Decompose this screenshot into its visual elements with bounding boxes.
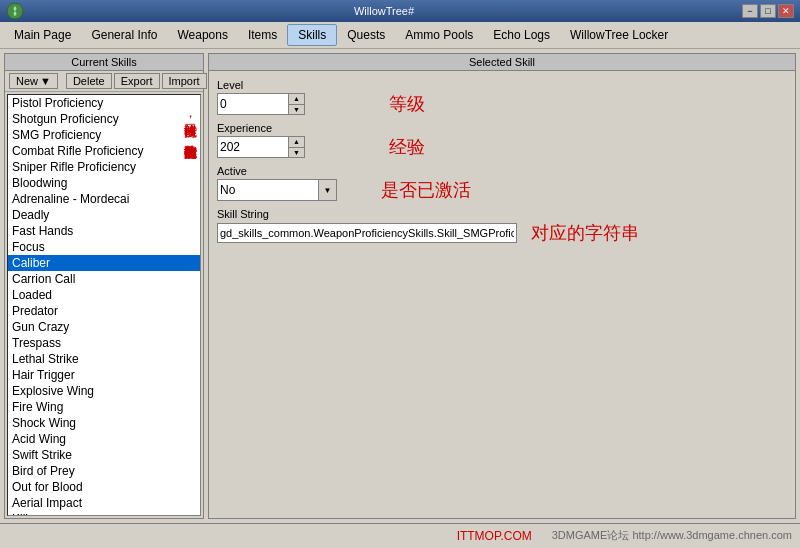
list-item[interactable]: Killer bbox=[8, 511, 200, 516]
menu-willowtree-locker[interactable]: WillowTree Locker bbox=[560, 25, 678, 45]
main-content: Current Skills New ▼ Delete Export Impor… bbox=[0, 49, 800, 523]
new-arrow-icon: ▼ bbox=[40, 75, 51, 87]
menu-items[interactable]: Items bbox=[238, 25, 287, 45]
list-item[interactable]: Sniper Rifle Proficiency bbox=[8, 159, 200, 175]
forum-text: 3DMGAME论坛 http://www.3dmgame.chnen.com bbox=[552, 528, 792, 543]
active-field-group: Active No Yes ▼ 是否已激活 bbox=[217, 165, 787, 202]
skill-string-input[interactable] bbox=[217, 223, 517, 243]
import-button[interactable]: Import bbox=[162, 73, 207, 89]
delete-button[interactable]: Delete bbox=[66, 73, 112, 89]
window-title: WillowTree# bbox=[26, 5, 742, 17]
skills-toolbar: New ▼ Delete Export Import bbox=[5, 71, 203, 92]
list-item[interactable]: Focus bbox=[8, 239, 200, 255]
level-decrement-button[interactable]: ▼ bbox=[288, 105, 304, 115]
list-item[interactable]: Lethal Strike bbox=[8, 351, 200, 367]
watermark-text: ITTMOP.COM bbox=[457, 529, 532, 543]
level-spinner[interactable]: ▲ ▼ bbox=[217, 93, 305, 115]
menu-general-info[interactable]: General Info bbox=[81, 25, 167, 45]
current-skills-header: Current Skills bbox=[5, 54, 203, 71]
status-bar: ITTMOP.COM 3DMGAME论坛 http://www.3dmgame.… bbox=[0, 523, 800, 547]
active-label: Active bbox=[217, 165, 787, 177]
maximize-button[interactable]: □ bbox=[760, 4, 776, 18]
list-item[interactable]: Adrenaline - Mordecai bbox=[8, 191, 200, 207]
experience-label: Experience bbox=[217, 122, 787, 134]
menu-weapons[interactable]: Weapons bbox=[167, 25, 237, 45]
list-item[interactable]: Predator bbox=[8, 303, 200, 319]
list-item[interactable]: Fire Wing bbox=[8, 399, 200, 415]
experience-decrement-button[interactable]: ▼ bbox=[288, 148, 304, 158]
list-item[interactable]: Deadly bbox=[8, 207, 200, 223]
menu-echo-logs[interactable]: Echo Logs bbox=[483, 25, 560, 45]
list-item[interactable]: Carrion Call bbox=[8, 271, 200, 287]
list-item[interactable]: SMG Proficiency bbox=[8, 127, 200, 143]
list-item[interactable]: Trespass bbox=[8, 335, 200, 351]
level-input-row: ▲ ▼ 等级 bbox=[217, 92, 787, 116]
menu-main-page[interactable]: Main Page bbox=[4, 25, 81, 45]
skill-string-annotation: 对应的字符串 bbox=[531, 221, 639, 245]
level-increment-button[interactable]: ▲ bbox=[288, 94, 304, 105]
level-spin-buttons: ▲ ▼ bbox=[288, 94, 304, 114]
level-label: Level bbox=[217, 79, 787, 91]
skill-string-field-group: Skill String 对应的字符串 bbox=[217, 208, 787, 245]
list-item[interactable]: Loaded bbox=[8, 287, 200, 303]
menu-quests[interactable]: Quests bbox=[337, 25, 395, 45]
active-select-wrapper[interactable]: No Yes ▼ bbox=[217, 179, 337, 201]
window-controls: − □ ✕ bbox=[742, 4, 794, 18]
experience-spin-buttons: ▲ ▼ bbox=[288, 137, 304, 157]
experience-increment-button[interactable]: ▲ bbox=[288, 137, 304, 148]
list-item[interactable]: Out for Blood bbox=[8, 479, 200, 495]
menu-bar: Main Page General Info Weapons Items Ski… bbox=[0, 22, 800, 49]
active-select[interactable]: No Yes bbox=[218, 180, 318, 200]
level-input[interactable] bbox=[218, 94, 288, 114]
selected-skill-header: Selected Skill bbox=[209, 54, 795, 71]
active-input-row: No Yes ▼ 是否已激活 bbox=[217, 178, 787, 202]
right-panel: Selected Skill Level ▲ ▼ 等级 bbox=[208, 53, 796, 519]
experience-input-row: ▲ ▼ 经验 bbox=[217, 135, 787, 159]
skill-string-label: Skill String bbox=[217, 208, 787, 220]
close-button[interactable]: ✕ bbox=[778, 4, 794, 18]
list-item[interactable]: Caliber bbox=[8, 255, 200, 271]
title-bar: WillowTree# − □ ✕ bbox=[0, 0, 800, 22]
list-item[interactable]: Pistol Proficiency bbox=[8, 95, 200, 111]
list-item[interactable]: Gun Crazy bbox=[8, 319, 200, 335]
list-item[interactable]: Swift Strike bbox=[8, 447, 200, 463]
experience-input[interactable] bbox=[218, 137, 288, 157]
left-panel: Current Skills New ▼ Delete Export Impor… bbox=[4, 53, 204, 519]
skill-string-input-row: 对应的字符串 bbox=[217, 221, 787, 245]
level-annotation: 等级 bbox=[389, 92, 425, 116]
list-item[interactable]: Bird of Prey bbox=[8, 463, 200, 479]
list-item[interactable]: Explosive Wing bbox=[8, 383, 200, 399]
list-item[interactable]: Combat Rifle Proficiency bbox=[8, 143, 200, 159]
list-item[interactable]: Fast Hands bbox=[8, 223, 200, 239]
menu-skills[interactable]: Skills bbox=[287, 24, 337, 46]
menu-ammo-pools[interactable]: Ammo Pools bbox=[395, 25, 483, 45]
minimize-button[interactable]: − bbox=[742, 4, 758, 18]
experience-spinner[interactable]: ▲ ▼ bbox=[217, 136, 305, 158]
list-item[interactable]: Shock Wing bbox=[8, 415, 200, 431]
list-item[interactable]: Aerial Impact bbox=[8, 495, 200, 511]
app-icon bbox=[6, 2, 24, 20]
list-item[interactable]: Bloodwing bbox=[8, 175, 200, 191]
experience-field-group: Experience ▲ ▼ 经验 bbox=[217, 122, 787, 159]
list-item[interactable]: Acid Wing bbox=[8, 431, 200, 447]
right-content: Level ▲ ▼ 等级 Experience bbox=[209, 71, 795, 253]
list-item[interactable]: Hair Trigger bbox=[8, 367, 200, 383]
active-select-arrow-icon: ▼ bbox=[318, 180, 336, 200]
level-field-group: Level ▲ ▼ 等级 bbox=[217, 79, 787, 116]
new-button[interactable]: New ▼ bbox=[9, 73, 58, 89]
export-button[interactable]: Export bbox=[114, 73, 160, 89]
list-item[interactable]: Shotgun Proficiency bbox=[8, 111, 200, 127]
skills-list[interactable]: Pistol ProficiencyShotgun ProficiencySMG… bbox=[7, 94, 201, 516]
experience-annotation: 经验 bbox=[389, 135, 425, 159]
active-annotation: 是否已激活 bbox=[381, 178, 471, 202]
